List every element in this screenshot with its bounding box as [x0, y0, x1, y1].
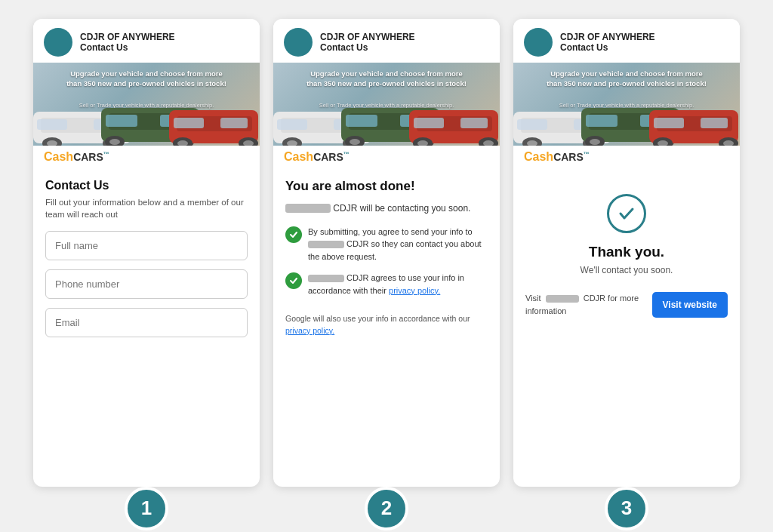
card-2-banner: Upgrade your vehicle and choose from mor…: [273, 63, 500, 146]
svg-rect-54: [517, 119, 547, 130]
svg-point-12: [109, 139, 120, 145]
phone-input[interactable]: [45, 269, 248, 299]
card-3-avatar: [524, 28, 553, 57]
card-3-body: Thank you. We'll contact you soon. Visit…: [513, 168, 740, 487]
card-2-cashcars: CashCARS™: [273, 146, 500, 168]
card-1-banner-text: Upgrade your vehicle and choose from mor…: [33, 69, 260, 89]
form-title: Contact Us: [45, 179, 248, 192]
card-2-company: CDJR OF ANYWHERE: [320, 32, 415, 42]
svg-rect-38: [346, 115, 377, 127]
check-item-2: CDJR agrees to use your info in accordan…: [285, 272, 488, 297]
card-3-company: CDJR OF ANYWHERE: [560, 32, 655, 42]
big-checkmark-icon: [617, 204, 636, 223]
svg-rect-22: [174, 118, 204, 128]
check-icon-1: [285, 226, 302, 243]
checkmark-svg-1: [289, 230, 298, 239]
cashcars-logo-3: CashCARS™: [524, 150, 590, 164]
card-3-contact: Contact Us: [560, 42, 655, 53]
card-1-wrapper: CDJR OF ANYWHERE Contact Us Upgrade your…: [33, 19, 260, 514]
card-3-cashcars: CashCARS™: [513, 146, 740, 168]
card-1-header: CDJR OF ANYWHERE Contact Us: [33, 19, 260, 63]
email-input[interactable]: [45, 308, 248, 337]
card-3-wrapper: CDJR OF ANYWHERE Contact Us Upgrade your…: [513, 19, 740, 514]
step-badge-3: 3: [605, 487, 648, 530]
svg-rect-6: [37, 119, 67, 130]
checkmark-svg-2: [289, 276, 298, 285]
card-1-company: CDJR OF ANYWHERE: [80, 32, 175, 42]
card-2-avatar: [284, 28, 313, 57]
almost-done-sub: CDJR will be contacting you soon.: [285, 201, 488, 215]
svg-rect-14: [106, 115, 137, 127]
blurred-name-1: [285, 204, 331, 213]
card-2-contact: Contact Us: [320, 42, 415, 53]
svg-rect-62: [586, 115, 617, 127]
card-2-wrapper: CDJR OF ANYWHERE Contact Us Upgrade your…: [273, 19, 500, 514]
svg-rect-70: [654, 118, 684, 128]
check-item-1: By submitting, you agree to send your in…: [285, 226, 488, 263]
card-2: CDJR OF ANYWHERE Contact Us Upgrade your…: [273, 19, 500, 487]
card-1-header-text: CDJR OF ANYWHERE Contact Us: [80, 32, 175, 53]
card-3-banner-text: Upgrade your vehicle and choose from mor…: [513, 69, 740, 89]
privacy-link-1[interactable]: privacy policy.: [389, 286, 440, 295]
svg-rect-23: [220, 118, 248, 128]
card-2-header: CDJR OF ANYWHERE Contact Us: [273, 19, 500, 63]
svg-point-60: [590, 139, 600, 145]
google-notice: Google will also use your info in accord…: [285, 313, 488, 337]
thankyou-wrapper: Thank you. We'll contact you soon. Visit…: [525, 179, 728, 318]
svg-rect-47: [460, 118, 488, 128]
check-text-2: CDJR agrees to use your info in accordan…: [308, 272, 488, 297]
card-1-cashcars: CashCARS™: [33, 146, 260, 168]
blurred-name-3: [308, 275, 344, 282]
cashcars-logo-1: CashCARS™: [44, 150, 109, 164]
card-2-banner-text: Upgrade your vehicle and choose from mor…: [273, 69, 500, 89]
card-1-banner: Upgrade your vehicle and choose from mor…: [33, 63, 260, 146]
visit-text: Visit CDJR for more information: [525, 292, 645, 317]
check-icon-2: [285, 272, 302, 289]
card-2-body: You are almost done! CDJR will be contac…: [273, 168, 500, 487]
card-1-body: Contact Us Fill out your information bel…: [33, 168, 260, 487]
fullname-input[interactable]: [45, 231, 248, 260]
cashcars-logo-2: CashCARS™: [284, 150, 350, 164]
check-text-1: By submitting, you agree to send your in…: [308, 226, 488, 263]
svg-rect-71: [701, 118, 728, 128]
visit-row: Visit CDJR for more information Visit we…: [525, 292, 728, 318]
card-1-contact: Contact Us: [80, 42, 175, 53]
check1-pre: By submitting, you agree to send your in…: [308, 227, 473, 236]
card-1-avatar: [44, 28, 72, 57]
card-2-header-text: CDJR OF ANYWHERE Contact Us: [320, 32, 415, 53]
subtitle-post: CDJR will be contacting you soon.: [333, 203, 470, 214]
form-subtitle: Fill out your information below and a me…: [45, 196, 248, 220]
svg-rect-46: [414, 118, 444, 128]
check-circle-big: [607, 194, 646, 233]
google-privacy-link[interactable]: privacy policy.: [285, 326, 334, 335]
svg-rect-30: [277, 119, 307, 130]
step-badge-2: 2: [365, 487, 408, 530]
blurred-visit-name: [546, 295, 579, 303]
card-3: CDJR OF ANYWHERE Contact Us Upgrade your…: [513, 19, 740, 487]
card-3-header: CDJR OF ANYWHERE Contact Us: [513, 19, 740, 63]
cars-svg-3: [513, 97, 740, 146]
almost-done-title: You are almost done!: [285, 179, 488, 194]
step-badge-1: 1: [125, 487, 168, 530]
cars-svg-1: [33, 97, 260, 146]
card-3-banner: Upgrade your vehicle and choose from mor…: [513, 63, 740, 146]
cars-svg-2: [273, 97, 500, 146]
blurred-name-2: [308, 241, 344, 248]
visit-website-button[interactable]: Visit website: [652, 292, 728, 318]
thankyou-title: Thank you.: [589, 244, 664, 260]
thankyou-sub: We'll contact you soon.: [581, 265, 673, 275]
card-1: CDJR OF ANYWHERE Contact Us Upgrade your…: [33, 19, 260, 487]
card-3-header-text: CDJR OF ANYWHERE Contact Us: [560, 32, 655, 53]
svg-point-36: [350, 139, 360, 145]
